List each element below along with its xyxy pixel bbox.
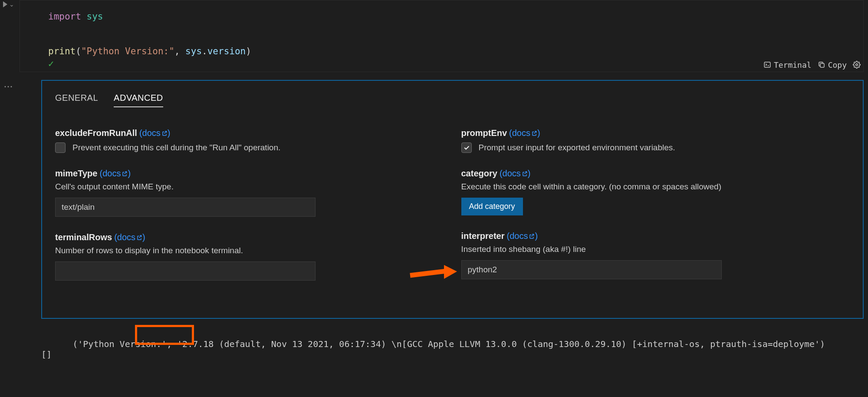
field-interpreter: interpreter (docs) Inserted into shebang… [461, 231, 850, 279]
terminalRows-input[interactable] [55, 261, 316, 281]
docs-link-category[interactable]: (docs) [500, 169, 531, 178]
success-check-icon: ✓ [48, 58, 54, 69]
svg-marker-4 [444, 265, 457, 279]
excludeFromRunAll-checkbox[interactable] [55, 142, 66, 153]
docs-link-promptEnv[interactable]: (docs) [509, 128, 540, 138]
interpreter-title: interpreter [461, 231, 505, 241]
promptEnv-title: promptEnv [461, 128, 507, 138]
field-terminalRows: terminalRows (docs) Number of rows to di… [55, 232, 444, 281]
mimeType-desc: Cell's output content MIME type. [55, 182, 444, 192]
open-terminal-button[interactable]: Terminal [763, 60, 812, 69]
field-excludeFromRunAll: excludeFromRunAll (docs) Prevent executi… [55, 128, 444, 153]
code-cell[interactable]: import sys print("Python Version:", sys.… [20, 0, 864, 72]
more-actions-icon[interactable]: ··· [4, 83, 13, 92]
cell-action-bar: Terminal Copy [763, 60, 861, 69]
code-line-1: import sys [48, 8, 855, 26]
docs-link-terminalRows[interactable]: (docs) [114, 232, 145, 242]
excludeFromRunAll-title: excludeFromRunAll [55, 128, 137, 138]
field-promptEnv: promptEnv (docs) Prompt user input for e… [461, 128, 850, 153]
settings-tabs: GENERAL ADVANCED [55, 93, 850, 107]
svg-line-3 [410, 271, 447, 275]
svg-point-2 [856, 64, 858, 66]
promptEnv-desc: Prompt user input for exported environme… [479, 143, 675, 152]
run-cell-icon[interactable] [3, 1, 7, 7]
cell-settings-panel: GENERAL ADVANCED excludeFromRunAll (docs… [41, 80, 864, 319]
field-mimeType: mimeType (docs) Cell's output content MI… [55, 169, 444, 217]
interpreter-desc: Inserted into shebang (aka #!) line [461, 245, 850, 254]
terminal-label: Terminal [774, 60, 812, 69]
excludeFromRunAll-desc: Prevent executing this cell during the "… [72, 143, 280, 152]
docs-link-excludeFromRunAll[interactable]: (docs) [139, 128, 171, 138]
interpreter-input[interactable] [461, 260, 722, 279]
category-desc: Execute this code cell within a category… [461, 182, 850, 192]
settings-left-column: excludeFromRunAll (docs) Prevent executi… [55, 128, 444, 296]
cell-output: ('Python Version:', '2.7.18 (default, No… [41, 328, 864, 380]
output-line-1: ('Python Version:', '2.7.18 (default, No… [72, 339, 825, 349]
docs-link-interpreter[interactable]: (docs) [507, 231, 538, 241]
chevron-down-icon[interactable]: ⌄ [9, 1, 14, 8]
output-line-2: [] [41, 349, 52, 360]
mimeType-title: mimeType [55, 169, 97, 178]
terminalRows-desc: Number of rows to display in the noteboo… [55, 246, 444, 255]
field-category: category (docs) Execute this code cell w… [461, 169, 850, 215]
mimeType-input[interactable] [55, 198, 316, 217]
settings-right-column: promptEnv (docs) Prompt user input for e… [461, 128, 850, 296]
cell-settings-icon[interactable] [853, 61, 861, 69]
copy-button[interactable]: Copy [818, 60, 847, 69]
annotation-arrow-icon [409, 265, 457, 281]
promptEnv-checkbox[interactable] [461, 142, 472, 153]
tab-advanced[interactable]: ADVANCED [114, 93, 163, 107]
left-gutter: ⌄ ··· [0, 0, 17, 397]
tab-general[interactable]: GENERAL [55, 93, 98, 107]
code-line-blank [48, 26, 855, 43]
copy-label: Copy [828, 60, 847, 69]
svg-rect-1 [820, 63, 824, 67]
code-line-2: print("Python Version:", sys.version) [48, 43, 855, 60]
category-title: category [461, 169, 497, 178]
terminalRows-title: terminalRows [55, 232, 112, 242]
docs-link-mimeType[interactable]: (docs) [99, 169, 131, 178]
add-category-button[interactable]: Add category [461, 198, 523, 215]
svg-rect-0 [764, 62, 770, 67]
